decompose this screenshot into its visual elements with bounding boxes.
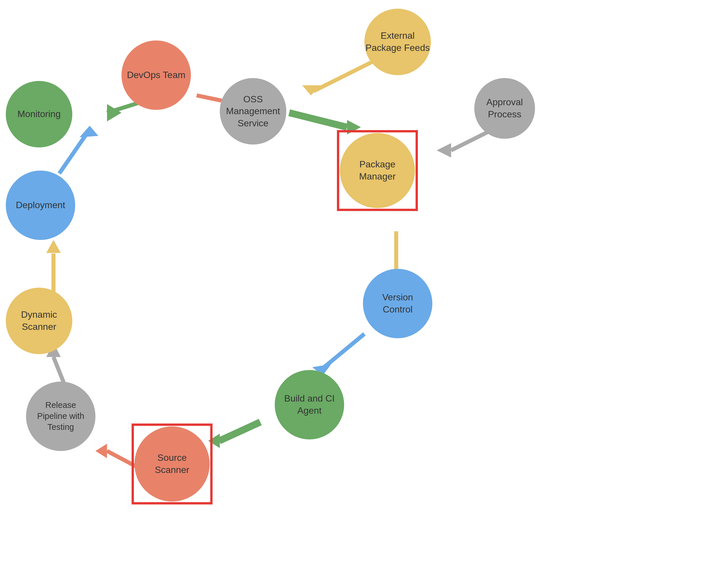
node-deployment: Deployment — [6, 171, 75, 240]
node-devops-team: DevOps Team — [122, 40, 191, 110]
arrow-scanner-release — [95, 444, 107, 458]
arrow-feeds-oss — [302, 85, 321, 95]
arrow-deployment-monitoring — [79, 126, 98, 137]
arrow-dynamic-deployment — [46, 240, 61, 253]
arrow-approval-pm — [437, 143, 451, 158]
diagram-container: Monitoring DevOps Team OSS Management Se… — [0, 0, 701, 588]
arrow-monitoring-devops — [107, 104, 122, 121]
line-approval-pm — [451, 130, 492, 150]
node-external-feeds: External Package Feeds — [365, 9, 431, 75]
line-deployment-monitoring — [59, 131, 88, 174]
line-vc-build — [322, 334, 365, 368]
node-package-manager: Package Manager — [340, 133, 415, 208]
node-monitoring: Monitoring — [6, 81, 72, 148]
node-build-ci: Build and CI Agent — [275, 370, 344, 439]
node-dynamic-scanner: Dynamic Scanner — [6, 288, 72, 354]
source-scanner-border: Source Scanner — [132, 423, 213, 505]
line-build-scanner — [219, 422, 260, 441]
package-manager-border: Package Manager — [337, 130, 418, 211]
arrows-layer — [0, 0, 701, 588]
node-source-scanner: Source Scanner — [135, 426, 210, 502]
node-version-control: Version Control — [363, 269, 432, 338]
node-approval-process: Approval Process — [474, 78, 535, 139]
node-release-pipeline: Release Pipeline with Testing — [26, 381, 95, 451]
line-oss-pm — [289, 113, 347, 127]
node-oss-management: OSS Management Service — [220, 78, 286, 144]
